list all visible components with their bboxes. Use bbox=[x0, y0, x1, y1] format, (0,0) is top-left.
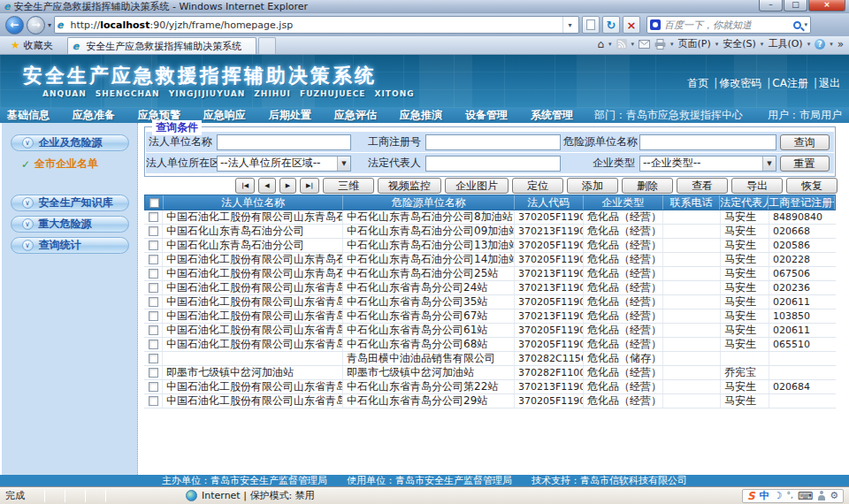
video-monitor-button[interactable]: 视频监控 bbox=[378, 178, 441, 194]
link-home[interactable]: 首页 bbox=[687, 76, 708, 91]
nav-item-4[interactable]: 后期处置 bbox=[269, 108, 311, 123]
table-row[interactable]: 中国石油化工股份有限公司山东青岛石油分公司中石化山东青岛石油分公司8加油站370… bbox=[144, 210, 836, 225]
row-checkbox[interactable] bbox=[149, 283, 158, 293]
nav-item-8[interactable]: 系统管理 bbox=[531, 108, 573, 123]
link-logout[interactable]: 退出 bbox=[808, 76, 840, 91]
feeds-dropdown[interactable]: ▾ bbox=[631, 41, 635, 48]
home-dropdown[interactable]: ▾ bbox=[608, 41, 612, 48]
table-row[interactable]: 中国石化山东青岛石油分公司中石化山东青岛石油分公司13加油站370205F119… bbox=[144, 239, 836, 253]
help-dropdown[interactable]: ▾ bbox=[830, 41, 833, 48]
print-icon[interactable] bbox=[654, 39, 666, 50]
sidebar-item-city-enterprise-list[interactable]: ✓ 全市企业名单 bbox=[21, 157, 137, 172]
row-checkbox[interactable] bbox=[149, 241, 158, 250]
forward-button[interactable]: → bbox=[27, 16, 45, 34]
chinese-mode-icon[interactable]: 中 bbox=[760, 491, 769, 500]
locate-button[interactable]: 定位 bbox=[512, 178, 563, 194]
table-row[interactable]: 中国石油化工股份有限公司山东省青岛分公司中石化山东省青岛分公司67站370213… bbox=[144, 309, 836, 324]
new-tab-button[interactable] bbox=[258, 37, 276, 54]
rss-icon[interactable] bbox=[616, 39, 627, 50]
row-checkbox[interactable] bbox=[149, 269, 158, 279]
safety-menu[interactable]: 安全(S) bbox=[723, 37, 756, 50]
enterprise-photo-button[interactable]: 企业图片 bbox=[445, 178, 509, 194]
link-ca-register[interactable]: CA注册 bbox=[761, 76, 808, 91]
view-button[interactable]: 查看 bbox=[677, 178, 728, 194]
reset-button[interactable]: 重置 bbox=[780, 156, 830, 172]
read-mail-icon[interactable] bbox=[639, 40, 650, 49]
nav-item-1[interactable]: 应急准备 bbox=[73, 108, 115, 123]
help-icon[interactable]: ? bbox=[815, 39, 825, 50]
url-field[interactable]: e http://localhost:90/yjzh/frame/homepag… bbox=[54, 16, 579, 34]
minimize-button[interactable]: – bbox=[759, 0, 783, 11]
tools-menu-dropdown[interactable]: ▾ bbox=[807, 41, 811, 48]
maximize-button[interactable]: □ bbox=[784, 0, 807, 11]
table-row[interactable]: 中国石油化工股份有限公司山东青岛石油分公司中石化山东青岛石油分公司14加油站37… bbox=[144, 253, 836, 267]
table-row[interactable]: 中国石化山东青岛石油分公司中石化山东青岛石油分公司09加油站370213F119… bbox=[144, 225, 836, 239]
sidebar-group-enterprise-hazard[interactable]: ∨ 企业及危险源 bbox=[11, 134, 129, 151]
search-options-dropdown[interactable]: ▾ bbox=[805, 21, 808, 28]
row-checkbox[interactable] bbox=[149, 325, 158, 335]
wrench-icon[interactable]: ⚙ bbox=[830, 491, 838, 500]
row-checkbox[interactable] bbox=[149, 212, 158, 222]
table-row[interactable]: 中国石油化工股份有限公司山东省青岛分公司中石化山东省青岛分公司29站370205… bbox=[144, 394, 836, 409]
more-commands-icon[interactable]: » bbox=[838, 39, 844, 50]
nav-item-3[interactable]: 应急响应 bbox=[203, 108, 246, 123]
back-button[interactable]: ← bbox=[5, 16, 24, 34]
print-dropdown[interactable]: ▾ bbox=[670, 41, 674, 48]
add-button[interactable]: 添加 bbox=[567, 178, 618, 194]
nav-item-7[interactable]: 设备管理 bbox=[465, 108, 508, 123]
search-box[interactable]: 百度一下，你就知道 ▾ bbox=[646, 16, 811, 34]
table-row[interactable]: 中国石油化工股份有限公司山东省青岛分公司中石化山东省青岛分公司第22站37021… bbox=[144, 380, 836, 394]
row-checkbox[interactable] bbox=[149, 354, 158, 363]
first-page-button[interactable]: |◀ bbox=[235, 178, 255, 194]
moon-icon[interactable]: ☽ bbox=[774, 491, 783, 500]
refresh-button[interactable]: ↻ bbox=[602, 16, 620, 34]
stop-button[interactable]: × bbox=[623, 16, 640, 34]
row-checkbox[interactable] bbox=[149, 396, 158, 406]
enterprise-type-select[interactable]: --企业类型-- ▼ bbox=[639, 156, 776, 172]
restore-button[interactable]: 恢复 bbox=[786, 178, 838, 194]
search-icon[interactable] bbox=[793, 21, 801, 29]
table-row[interactable]: 即墨市七级镇中岔河加油站即墨市七级镇中岔河加油站370282F110063危化品… bbox=[144, 366, 836, 380]
page-menu-dropdown[interactable]: ▾ bbox=[715, 41, 719, 48]
table-row[interactable]: 中国石油化工股份有限公司山东省青岛分公司中石化山东省青岛分公司35站370205… bbox=[144, 295, 836, 309]
tools-menu[interactable]: 工具(O) bbox=[768, 37, 802, 50]
browser-tab[interactable]: e 安全生产应急救援指挥辅助决策系统 bbox=[67, 37, 256, 54]
previous-page-button[interactable]: ◀ bbox=[258, 178, 275, 194]
region-select[interactable]: --法人单位所在区域-- ▼ bbox=[217, 156, 351, 172]
table-row[interactable]: 中国石油化工股份有限公司山东省青岛分公司中石化山东省青岛分公司68站370205… bbox=[144, 338, 836, 352]
last-page-button[interactable]: ▶| bbox=[300, 178, 319, 194]
sidebar-group-major-hazards[interactable]: ∨ 重大危险源 bbox=[11, 216, 129, 233]
search-button[interactable]: 查询 bbox=[780, 134, 830, 150]
sidebar-group-query-statistics[interactable]: ∨ 查询统计 bbox=[11, 237, 129, 254]
url-history-dropdown[interactable]: ▾ bbox=[562, 17, 577, 33]
row-checkbox[interactable] bbox=[149, 340, 158, 349]
row-checkbox[interactable] bbox=[149, 311, 158, 321]
recent-pages-dropdown[interactable]: ▾ bbox=[48, 21, 51, 29]
table-row[interactable]: 中国石油化工股份有限公司山东省青岛分公司中石化山东省青岛分公司61站370205… bbox=[144, 324, 836, 338]
row-checkbox[interactable] bbox=[149, 382, 158, 392]
hazard-name-input[interactable] bbox=[639, 134, 776, 150]
safety-menu-dropdown[interactable]: ▾ bbox=[761, 41, 764, 48]
table-row[interactable]: 中国石油化工股份有限公司山东省青岛分公司中石化山东省青岛分公司24站370213… bbox=[144, 281, 836, 295]
registration-no-input[interactable] bbox=[425, 134, 561, 150]
nav-item-0[interactable]: 基础信息 bbox=[7, 108, 50, 123]
punctuation-icon[interactable]: °, bbox=[786, 492, 792, 500]
table-row[interactable]: 中国石油化工股份有限公司山东青岛石油分公司中石化山东青岛石油分公司25站3702… bbox=[144, 267, 836, 281]
table-row[interactable]: 青岛田横中油油品销售有限公司370282C115602危化品（储存） bbox=[144, 352, 836, 366]
sidebar-group-knowledge-base[interactable]: ∨ 安全生产知识库 bbox=[11, 195, 129, 211]
row-checkbox[interactable] bbox=[149, 226, 158, 236]
keyboard-icon[interactable]: ⌨ bbox=[798, 491, 813, 501]
legal-name-input[interactable] bbox=[217, 134, 351, 150]
export-button[interactable]: 导出 bbox=[731, 178, 783, 194]
delete-button[interactable]: 删除 bbox=[622, 178, 673, 194]
row-checkbox[interactable] bbox=[149, 368, 158, 378]
link-change-password[interactable]: 修改密码 bbox=[708, 76, 761, 91]
nav-item-5[interactable]: 应急评估 bbox=[334, 108, 377, 123]
representative-input[interactable] bbox=[425, 156, 561, 172]
user-icon[interactable] bbox=[817, 491, 825, 500]
next-page-button[interactable]: ▶ bbox=[279, 178, 296, 194]
favorites-button[interactable]: ★ 收藏夹 bbox=[5, 36, 58, 54]
sogou-icon[interactable]: S bbox=[747, 491, 755, 501]
view-3d-button[interactable]: 三维 bbox=[323, 178, 374, 194]
select-all-checkbox[interactable] bbox=[149, 198, 159, 208]
